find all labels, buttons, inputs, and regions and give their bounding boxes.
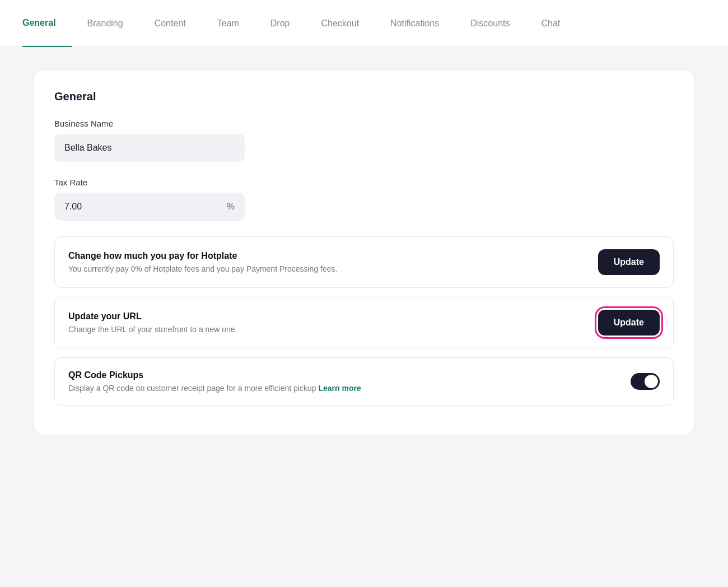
general-settings-card: General Business Name Tax Rate % Change …: [34, 69, 694, 435]
toggle-slider: [631, 373, 660, 390]
tab-team[interactable]: Team: [202, 0, 255, 47]
qr-code-title: QR Code Pickups: [68, 370, 361, 380]
tab-discounts[interactable]: Discounts: [455, 0, 525, 47]
tab-checkout[interactable]: Checkout: [306, 0, 375, 47]
tax-rate-label: Tax Rate: [54, 178, 674, 187]
top-navigation: General Branding Content Team Drop Check…: [0, 0, 728, 47]
qr-code-description: Display a QR code on customer receipt pa…: [68, 384, 361, 393]
card-title: General: [54, 90, 674, 103]
url-update-button[interactable]: Update: [598, 310, 660, 336]
tab-drop[interactable]: Drop: [255, 0, 306, 47]
url-update-text: Update your URL Change the URL of your s…: [68, 311, 237, 334]
learn-more-link[interactable]: Learn more: [318, 384, 361, 393]
url-update-card: Update your URL Change the URL of your s…: [54, 297, 674, 348]
hotplate-fees-text: Change how much you pay for Hotplate You…: [68, 251, 337, 273]
main-content: General Business Name Tax Rate % Change …: [0, 47, 728, 458]
hotplate-fees-update-button[interactable]: Update: [598, 249, 660, 275]
hotplate-fees-card: Change how much you pay for Hotplate You…: [54, 236, 674, 288]
tab-branding[interactable]: Branding: [72, 0, 139, 47]
tax-rate-group: Tax Rate %: [54, 178, 674, 221]
tab-general[interactable]: General: [22, 0, 72, 47]
tab-content[interactable]: Content: [139, 0, 202, 47]
hotplate-fees-title: Change how much you pay for Hotplate: [68, 251, 337, 261]
qr-code-text: QR Code Pickups Display a QR code on cus…: [68, 370, 361, 393]
hotplate-fees-description: You currently pay 0% of Hotplate fees an…: [68, 264, 337, 273]
url-update-title: Update your URL: [68, 311, 237, 322]
tax-rate-wrapper: %: [54, 193, 245, 221]
business-name-group: Business Name: [54, 119, 674, 162]
tax-percent-symbol: %: [227, 202, 235, 212]
url-update-description: Change the URL of your storefront to a n…: [68, 325, 237, 334]
qr-code-toggle[interactable]: [631, 373, 660, 390]
business-name-input[interactable]: [54, 134, 245, 162]
business-name-label: Business Name: [54, 119, 674, 128]
qr-code-card: QR Code Pickups Display a QR code on cus…: [54, 357, 674, 406]
tab-notifications[interactable]: Notifications: [375, 0, 455, 47]
tab-chat[interactable]: Chat: [526, 0, 576, 47]
tax-rate-input[interactable]: [54, 193, 245, 221]
